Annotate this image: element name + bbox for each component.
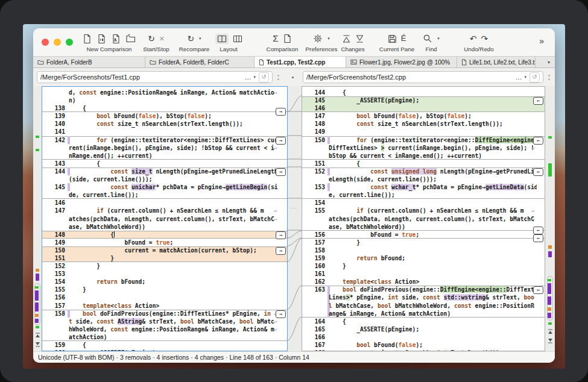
code-line[interactable]: 154 — [302, 199, 545, 207]
code-line[interactable]: 161 — [302, 270, 545, 278]
code-line[interactable]: 168 const size_t nSearchLen(strText.leng… — [302, 349, 545, 351]
code-line[interactable]: 153 — [42, 270, 287, 278]
window-minimize-button[interactable] — [54, 39, 61, 46]
left-change-map[interactable] — [34, 86, 40, 351]
code-line[interactable]: 158 — [302, 246, 545, 254]
code-line[interactable]: e, current.line()); — [302, 191, 545, 199]
path-dropdown-icon[interactable]: ▾ — [524, 75, 526, 80]
tab-5[interactable]: Life1.txt, Life2.txt, Life3.txt — [457, 57, 536, 67]
stop-icon[interactable]: × — [159, 33, 165, 44]
code-line[interactable]: 152 } — [42, 262, 287, 270]
right-code-pane[interactable]: 144 {145 _ASSERTE(pEngine);←146147 bool … — [302, 86, 545, 351]
code-line[interactable]: 149 — [302, 128, 545, 136]
tab-1[interactable]: FolderA, FolderB — [33, 57, 145, 67]
code-line[interactable]: 145 _ASSERTE(pEngine);← — [302, 96, 545, 104]
save-icon[interactable] — [388, 34, 397, 43]
right-change-map[interactable] — [547, 86, 553, 351]
merge-right-button[interactable]: → — [276, 231, 286, 239]
left-code-pane[interactable]: d, const engine::PositionRange& inRange,… — [42, 86, 288, 351]
two-pane-layout-icon[interactable] — [215, 34, 229, 44]
merge-left-button[interactable]: ← — [533, 97, 543, 105]
code-line[interactable]: 159 return bFound; — [302, 254, 545, 262]
code-line[interactable]: 140 const size_t nSearchLen(strText.leng… — [42, 120, 287, 128]
code-line[interactable]: 153 const wchar_t* pchData = pEngine→get… — [302, 183, 545, 191]
code-line[interactable]: eLength(side, current.line())); — [302, 175, 545, 183]
summary-icon[interactable]: Σ — [273, 33, 278, 44]
code-line[interactable]: 160 } — [302, 262, 545, 270]
code-line[interactable]: 162 template<class Action> — [302, 278, 545, 286]
new-binary-comparison-icon[interactable] — [96, 34, 107, 44]
path-history-icon[interactable]: ↺ — [530, 72, 540, 83]
new-text-comparison-icon[interactable] — [82, 34, 92, 44]
code-line[interactable]: 159 { — [42, 341, 287, 349]
code-line[interactable]: 156 — [42, 293, 287, 301]
code-line[interactable]: 146 — [302, 104, 545, 112]
code-line[interactable]: 158 bool doFindPrevious(engine::DiffText… — [42, 310, 287, 318]
redo-icon[interactable]: ↷ — [481, 33, 488, 44]
code-line[interactable]: DiffTextLines> > current(inRange.begin()… — [302, 144, 545, 152]
tab-2[interactable]: FolderA, FolderB, FolderC — [145, 57, 254, 67]
left-path-field[interactable]: /Merge/ForScreenshots/Test1.cpp … ▾ ↺ — [37, 71, 273, 83]
merge-right-button[interactable]: → — [276, 168, 286, 176]
code-line[interactable]: 139 bool bFound(false), bStop(false); — [42, 112, 287, 120]
tab-3[interactable]: Test1.cpp, Test2.cpp — [254, 57, 346, 67]
toolbar-overflow-button[interactable]: » — [539, 36, 544, 46]
undo-icon[interactable]: ↶ — [470, 33, 477, 44]
path-menu-icon[interactable]: … — [515, 74, 522, 81]
tab-list-dropdown-icon[interactable]: ▾ — [548, 60, 550, 65]
code-line[interactable]: atches(pchData, nLength, current.column(… — [42, 215, 287, 223]
code-line[interactable]: 148 {→ — [42, 231, 287, 239]
merge-left-button[interactable]: ← — [533, 286, 543, 294]
code-line[interactable]: 147 bool bFound(false), bStop(false); — [302, 112, 545, 120]
previous-change-icon[interactable] — [342, 34, 351, 43]
right-path-field[interactable]: /Merge/ForScreenshots/Test2.cpp … ▾ ↺ — [303, 71, 543, 83]
code-line[interactable]: Lines>* pEngine, int side, const std::ws… — [302, 293, 545, 301]
code-line[interactable]: hWholeWord, const engine::PositionRange&… — [42, 325, 287, 333]
chevron-down-icon[interactable]: ▾ — [327, 36, 330, 41]
character-picker-icon[interactable]: É — [401, 33, 406, 44]
code-line[interactable]: 148 const size_t nSearchLen(strText.leng… — [302, 120, 545, 128]
three-pane-layout-icon[interactable] — [233, 34, 242, 43]
merge-left-button[interactable]: ← — [533, 227, 543, 234]
merge-right-button[interactable]: → — [276, 247, 286, 255]
code-line[interactable]: 151 { — [302, 160, 545, 168]
merge-right-button[interactable]: → — [276, 137, 286, 145]
code-line[interactable]: atches(pchData, nLength, current.column(… — [302, 215, 545, 223]
code-line[interactable]: 156 bFound = true;← — [302, 231, 545, 239]
last-change-button[interactable] — [547, 337, 553, 343]
code-line[interactable]: 155 } — [42, 286, 287, 293]
merge-right-button[interactable]: → — [276, 310, 286, 318]
code-line[interactable]: d, const engine::PositionRange& inRange,… — [42, 89, 287, 96]
code-line[interactable]: n) — [42, 96, 287, 104]
splitter-handle[interactable] — [546, 75, 551, 80]
new-image-comparison-icon[interactable] — [111, 34, 121, 44]
report-icon[interactable] — [283, 34, 292, 43]
code-line[interactable]: 152 const unsigned long nLength(pEngine→… — [302, 168, 545, 175]
code-line[interactable]: ase, bMatchWholeWord))← — [302, 223, 545, 231]
code-line[interactable]: ase, bMatchWholeWord)) — [42, 223, 287, 231]
last-change-button[interactable] — [34, 341, 40, 347]
code-line[interactable]: 150 current = matchAction(current, bStop… — [42, 246, 287, 254]
code-line[interactable]: 150 for (engine::textiterator<engine::Di… — [302, 136, 545, 144]
code-line[interactable]: (side, current.line())); — [42, 175, 287, 183]
code-line[interactable]: 163 bool doFindPrevious(engine::DiffEngi… — [302, 286, 545, 293]
search-icon[interactable] — [423, 34, 432, 43]
window-zoom-button[interactable] — [66, 39, 73, 46]
code-line[interactable]: 160 _ASSERTE(pEngine); — [42, 349, 287, 351]
code-line[interactable]: 149 bFound = true; — [42, 239, 287, 246]
next-change-icon[interactable] — [355, 34, 364, 43]
code-line[interactable]: 165 _ASSERTE(pEngine); — [302, 325, 545, 333]
chevron-down-icon[interactable]: ▾ — [199, 36, 201, 41]
code-line[interactable]: nRange.end(); ++current) — [42, 152, 287, 160]
code-line[interactable]: 147 if (current.column() + nSearchLen ≤ … — [42, 207, 287, 214]
code-line[interactable]: 166 — [302, 333, 545, 341]
path-dropdown-icon[interactable]: ▾ — [253, 75, 256, 80]
code-line[interactable]: atchAction) — [42, 333, 287, 341]
chevron-down-icon[interactable]: ▾ — [437, 36, 440, 41]
code-line[interactable]: 141 — [42, 128, 287, 136]
code-line[interactable]: bStop && current < inRange.end(); ++curr… — [302, 152, 545, 160]
code-line[interactable]: 143 { — [42, 160, 287, 168]
code-line[interactable]: 157 } — [302, 239, 545, 246]
new-folder-comparison-icon[interactable] — [125, 34, 136, 44]
code-line[interactable]: 145 const unichar* pchData = pEngine→get… — [42, 183, 287, 191]
